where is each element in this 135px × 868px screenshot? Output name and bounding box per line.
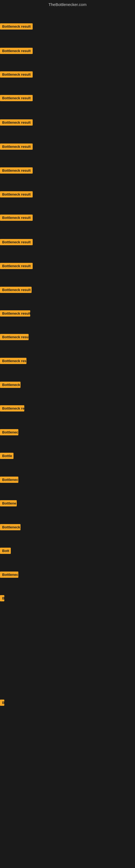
bottleneck-badge: Bottleneck <box>0 382 20 388</box>
bottleneck-badge: Bottleneck result <box>0 287 32 293</box>
bottleneck-result-item[interactable]: Bottleneck result <box>0 71 33 79</box>
bottleneck-result-item[interactable]: Bottle <box>0 453 13 460</box>
site-header: TheBottlenecker.com <box>0 0 135 8</box>
bottleneck-result-item[interactable]: Bottleneck result <box>0 215 33 222</box>
bottleneck-badge: Bottlene <box>0 500 17 506</box>
bottleneck-badge: Bott <box>0 548 11 554</box>
bottleneck-result-item[interactable]: Bottleneck result <box>0 334 29 341</box>
bottleneck-badge: Bottleneck res <box>0 405 24 411</box>
bottleneck-result-item[interactable]: Bottleneck result <box>0 167 33 175</box>
bottleneck-badge: Bottle <box>0 453 13 459</box>
bottleneck-badge: Bottleneck resu <box>0 358 27 364</box>
bottleneck-result-item[interactable]: Bottlenec <box>0 571 18 579</box>
bottleneck-result-item[interactable]: Bottleneck result <box>0 95 33 102</box>
bottleneck-badge: Bottleneck result <box>0 119 33 126</box>
bottleneck-result-item[interactable]: Bottleneck result <box>0 263 33 270</box>
bottleneck-result-item[interactable]: Bottleneck result <box>0 23 33 31</box>
bottleneck-badge: Bottleneck result <box>0 23 33 30</box>
bottleneck-result-item[interactable]: Bottleneck result <box>0 48 33 55</box>
site-title: TheBottlenecker.com <box>49 2 87 7</box>
bottleneck-badge: Bottleneck <box>0 524 20 530</box>
bottleneck-result-item[interactable]: Bottleneck result <box>0 239 33 246</box>
bottleneck-result-item[interactable]: Bottleneck <box>0 382 20 389</box>
bottleneck-result-item[interactable]: Bottleneck result <box>0 310 30 318</box>
bottleneck-badge: B <box>0 595 4 601</box>
bottleneck-result-item[interactable]: Bottleneck result <box>0 144 33 151</box>
bottleneck-badge: Bottleneck result <box>0 334 29 340</box>
bottleneck-result-item[interactable]: Bottleneck <box>0 524 20 531</box>
bottleneck-result-item[interactable]: Bottleneck result <box>0 191 33 198</box>
bottleneck-badge: Bottlenec <box>0 476 18 483</box>
bottleneck-result-item[interactable]: Bottlenec <box>0 429 18 436</box>
bottleneck-badge: Bottleneck result <box>0 310 30 316</box>
bottleneck-badge: Bottleneck result <box>0 144 33 150</box>
bottleneck-badge: Bottleneck result <box>0 239 33 245</box>
bottleneck-result-item[interactable]: Bottlenec <box>0 476 18 484</box>
bottleneck-result-item[interactable]: Bottlene <box>0 500 17 507</box>
bottleneck-result-item[interactable]: B <box>0 595 4 602</box>
bottleneck-badge: Bottleneck result <box>0 71 33 78</box>
bottleneck-result-item[interactable]: Bott <box>0 548 11 555</box>
bottleneck-result-item[interactable]: Bottleneck result <box>0 287 32 294</box>
bottleneck-badge: Bottleneck result <box>0 263 33 269</box>
bottleneck-badge: Bottleneck result <box>0 95 33 101</box>
bottleneck-badge: Bottleneck result <box>0 191 33 197</box>
bottleneck-result-item[interactable]: Bottleneck resu <box>0 358 27 365</box>
bottleneck-badge: Bottlenec <box>0 429 18 435</box>
bottleneck-badge: B <box>0 700 4 706</box>
bottleneck-result-item[interactable]: Bottleneck res <box>0 405 24 412</box>
bottleneck-badge: Bottlenec <box>0 571 18 578</box>
bottleneck-badge: Bottleneck result <box>0 48 33 54</box>
bottleneck-result-item[interactable]: B <box>0 700 4 707</box>
bottleneck-badge: Bottleneck result <box>0 215 33 221</box>
bottleneck-badge: Bottleneck result <box>0 167 33 174</box>
bottleneck-result-item[interactable]: Bottleneck result <box>0 119 33 127</box>
